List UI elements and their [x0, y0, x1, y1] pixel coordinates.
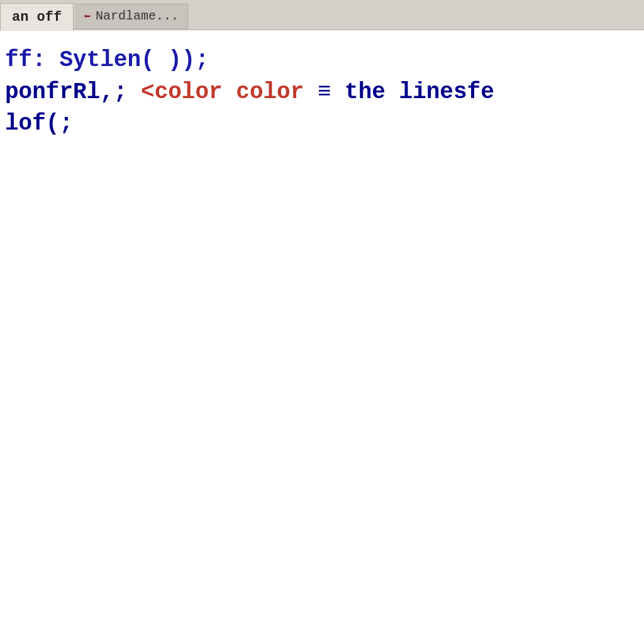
code-line-2: ponfrRl,; <color color ≡ the linesfe: [5, 77, 639, 108]
code-text-2a: ponfrRl,;: [5, 79, 141, 105]
code-text-1: ff: Sytlen( ));: [5, 47, 209, 73]
code-text-2c: ≡ the linesfe: [304, 79, 494, 105]
tab-button-icon: ⬅: [84, 9, 91, 23]
code-editor[interactable]: ff: Sytlen( )); ponfrRl,; <color color ≡…: [0, 30, 644, 644]
toolbar: an off ⬅ Nardlame...: [0, 0, 644, 30]
tab-button[interactable]: ⬅ Nardlame...: [75, 4, 188, 29]
tab-active[interactable]: an off: [0, 3, 74, 31]
tab-active-label: an off: [12, 9, 62, 25]
code-line-3: lof(;: [5, 109, 639, 140]
code-text-3: lof(;: [5, 111, 73, 136]
code-line-1: ff: Sytlen( ));: [5, 45, 639, 76]
code-text-2b: <color color: [141, 79, 304, 105]
toolbar-rest: [188, 3, 644, 30]
tab-button-label: Nardlame...: [96, 9, 179, 23]
